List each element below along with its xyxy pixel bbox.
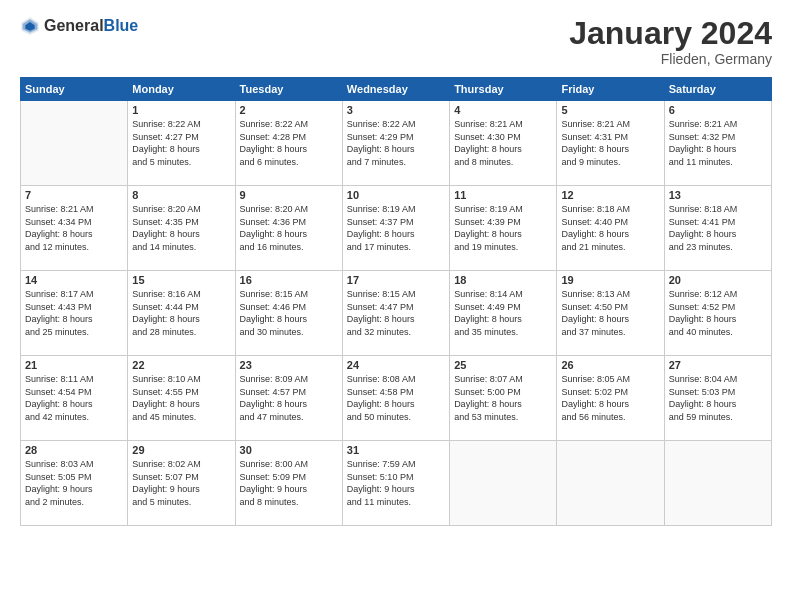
calendar-cell: 1Sunrise: 8:22 AMSunset: 4:27 PMDaylight…: [128, 101, 235, 186]
day-info: Sunrise: 8:19 AMSunset: 4:37 PMDaylight:…: [347, 203, 445, 253]
day-info: Sunrise: 8:18 AMSunset: 4:40 PMDaylight:…: [561, 203, 659, 253]
th-sunday: Sunday: [21, 78, 128, 101]
day-info: Sunrise: 8:21 AMSunset: 4:32 PMDaylight:…: [669, 118, 767, 168]
calendar-cell: 28Sunrise: 8:03 AMSunset: 5:05 PMDayligh…: [21, 441, 128, 526]
calendar-cell: 20Sunrise: 8:12 AMSunset: 4:52 PMDayligh…: [664, 271, 771, 356]
day-info: Sunrise: 8:15 AMSunset: 4:47 PMDaylight:…: [347, 288, 445, 338]
calendar-cell: 26Sunrise: 8:05 AMSunset: 5:02 PMDayligh…: [557, 356, 664, 441]
day-info: Sunrise: 8:21 AMSunset: 4:31 PMDaylight:…: [561, 118, 659, 168]
day-info: Sunrise: 8:16 AMSunset: 4:44 PMDaylight:…: [132, 288, 230, 338]
calendar-cell: 24Sunrise: 8:08 AMSunset: 4:58 PMDayligh…: [342, 356, 449, 441]
calendar-cell: 11Sunrise: 8:19 AMSunset: 4:39 PMDayligh…: [450, 186, 557, 271]
day-number: 27: [669, 359, 767, 371]
day-info: Sunrise: 7:59 AMSunset: 5:10 PMDaylight:…: [347, 458, 445, 508]
calendar-cell: 31Sunrise: 7:59 AMSunset: 5:10 PMDayligh…: [342, 441, 449, 526]
calendar-cell: 13Sunrise: 8:18 AMSunset: 4:41 PMDayligh…: [664, 186, 771, 271]
day-info: Sunrise: 8:19 AMSunset: 4:39 PMDaylight:…: [454, 203, 552, 253]
week-row-2: 14Sunrise: 8:17 AMSunset: 4:43 PMDayligh…: [21, 271, 772, 356]
calendar-cell: 23Sunrise: 8:09 AMSunset: 4:57 PMDayligh…: [235, 356, 342, 441]
day-number: 9: [240, 189, 338, 201]
day-info: Sunrise: 8:21 AMSunset: 4:34 PMDaylight:…: [25, 203, 123, 253]
calendar-cell: 22Sunrise: 8:10 AMSunset: 4:55 PMDayligh…: [128, 356, 235, 441]
calendar-cell: 19Sunrise: 8:13 AMSunset: 4:50 PMDayligh…: [557, 271, 664, 356]
th-wednesday: Wednesday: [342, 78, 449, 101]
day-info: Sunrise: 8:20 AMSunset: 4:36 PMDaylight:…: [240, 203, 338, 253]
calendar-cell: 30Sunrise: 8:00 AMSunset: 5:09 PMDayligh…: [235, 441, 342, 526]
calendar-cell: [664, 441, 771, 526]
day-info: Sunrise: 8:08 AMSunset: 4:58 PMDaylight:…: [347, 373, 445, 423]
calendar-table: Sunday Monday Tuesday Wednesday Thursday…: [20, 77, 772, 526]
day-info: Sunrise: 8:20 AMSunset: 4:35 PMDaylight:…: [132, 203, 230, 253]
th-tuesday: Tuesday: [235, 78, 342, 101]
week-row-3: 21Sunrise: 8:11 AMSunset: 4:54 PMDayligh…: [21, 356, 772, 441]
calendar-cell: 7Sunrise: 8:21 AMSunset: 4:34 PMDaylight…: [21, 186, 128, 271]
day-info: Sunrise: 8:02 AMSunset: 5:07 PMDaylight:…: [132, 458, 230, 508]
day-number: 26: [561, 359, 659, 371]
day-info: Sunrise: 8:17 AMSunset: 4:43 PMDaylight:…: [25, 288, 123, 338]
day-number: 3: [347, 104, 445, 116]
day-info: Sunrise: 8:13 AMSunset: 4:50 PMDaylight:…: [561, 288, 659, 338]
day-number: 8: [132, 189, 230, 201]
day-number: 30: [240, 444, 338, 456]
calendar-cell: 15Sunrise: 8:16 AMSunset: 4:44 PMDayligh…: [128, 271, 235, 356]
calendar-cell: 3Sunrise: 8:22 AMSunset: 4:29 PMDaylight…: [342, 101, 449, 186]
day-number: 25: [454, 359, 552, 371]
calendar-cell: 18Sunrise: 8:14 AMSunset: 4:49 PMDayligh…: [450, 271, 557, 356]
day-info: Sunrise: 8:09 AMSunset: 4:57 PMDaylight:…: [240, 373, 338, 423]
week-row-0: 1Sunrise: 8:22 AMSunset: 4:27 PMDaylight…: [21, 101, 772, 186]
day-number: 22: [132, 359, 230, 371]
day-number: 5: [561, 104, 659, 116]
day-number: 4: [454, 104, 552, 116]
day-info: Sunrise: 8:11 AMSunset: 4:54 PMDaylight:…: [25, 373, 123, 423]
day-number: 10: [347, 189, 445, 201]
th-thursday: Thursday: [450, 78, 557, 101]
calendar-cell: 10Sunrise: 8:19 AMSunset: 4:37 PMDayligh…: [342, 186, 449, 271]
day-number: 21: [25, 359, 123, 371]
calendar-cell: 17Sunrise: 8:15 AMSunset: 4:47 PMDayligh…: [342, 271, 449, 356]
day-number: 12: [561, 189, 659, 201]
calendar-cell: 2Sunrise: 8:22 AMSunset: 4:28 PMDaylight…: [235, 101, 342, 186]
calendar-cell: 29Sunrise: 8:02 AMSunset: 5:07 PMDayligh…: [128, 441, 235, 526]
calendar-cell: [450, 441, 557, 526]
day-number: 1: [132, 104, 230, 116]
calendar-cell: 5Sunrise: 8:21 AMSunset: 4:31 PMDaylight…: [557, 101, 664, 186]
calendar-cell: 8Sunrise: 8:20 AMSunset: 4:35 PMDaylight…: [128, 186, 235, 271]
logo: GeneralBlue: [20, 16, 138, 36]
day-info: Sunrise: 8:12 AMSunset: 4:52 PMDaylight:…: [669, 288, 767, 338]
day-info: Sunrise: 8:07 AMSunset: 5:00 PMDaylight:…: [454, 373, 552, 423]
day-info: Sunrise: 8:15 AMSunset: 4:46 PMDaylight:…: [240, 288, 338, 338]
th-monday: Monday: [128, 78, 235, 101]
th-saturday: Saturday: [664, 78, 771, 101]
day-info: Sunrise: 8:05 AMSunset: 5:02 PMDaylight:…: [561, 373, 659, 423]
calendar-cell: 27Sunrise: 8:04 AMSunset: 5:03 PMDayligh…: [664, 356, 771, 441]
day-info: Sunrise: 8:22 AMSunset: 4:27 PMDaylight:…: [132, 118, 230, 168]
day-number: 29: [132, 444, 230, 456]
day-number: 17: [347, 274, 445, 286]
day-number: 16: [240, 274, 338, 286]
day-number: 31: [347, 444, 445, 456]
calendar-cell: 21Sunrise: 8:11 AMSunset: 4:54 PMDayligh…: [21, 356, 128, 441]
day-number: 18: [454, 274, 552, 286]
day-info: Sunrise: 8:00 AMSunset: 5:09 PMDaylight:…: [240, 458, 338, 508]
day-number: 14: [25, 274, 123, 286]
day-number: 28: [25, 444, 123, 456]
calendar-cell: 4Sunrise: 8:21 AMSunset: 4:30 PMDaylight…: [450, 101, 557, 186]
week-row-4: 28Sunrise: 8:03 AMSunset: 5:05 PMDayligh…: [21, 441, 772, 526]
calendar-cell: 16Sunrise: 8:15 AMSunset: 4:46 PMDayligh…: [235, 271, 342, 356]
day-number: 6: [669, 104, 767, 116]
calendar-cell: [21, 101, 128, 186]
day-info: Sunrise: 8:10 AMSunset: 4:55 PMDaylight:…: [132, 373, 230, 423]
day-info: Sunrise: 8:18 AMSunset: 4:41 PMDaylight:…: [669, 203, 767, 253]
logo-icon: [20, 16, 40, 36]
th-friday: Friday: [557, 78, 664, 101]
calendar-cell: 12Sunrise: 8:18 AMSunset: 4:40 PMDayligh…: [557, 186, 664, 271]
calendar-cell: [557, 441, 664, 526]
logo-general: General: [44, 17, 104, 34]
day-number: 15: [132, 274, 230, 286]
logo-blue: Blue: [104, 17, 139, 34]
location: Flieden, Germany: [569, 51, 772, 67]
day-number: 2: [240, 104, 338, 116]
day-info: Sunrise: 8:14 AMSunset: 4:49 PMDaylight:…: [454, 288, 552, 338]
day-number: 24: [347, 359, 445, 371]
day-number: 7: [25, 189, 123, 201]
